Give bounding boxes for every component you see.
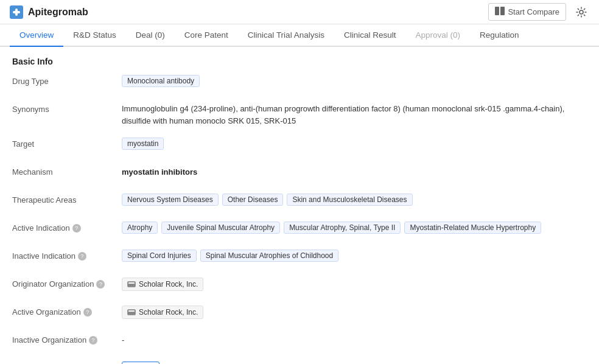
label-inactive-indication: Inactive Indication ? xyxy=(12,250,122,261)
help-icon-active-indication[interactable]: ? xyxy=(72,224,81,233)
label-therapeutic-areas: Therapeutic Areas xyxy=(12,194,122,205)
start-compare-label: Start Compare xyxy=(508,7,559,16)
value-originator-org: Scholar Rock, Inc. xyxy=(122,278,587,291)
settings-icon[interactable] xyxy=(573,4,589,20)
label-target: Target xyxy=(12,138,122,149)
active-org-tag[interactable]: Scholar Rock, Inc. xyxy=(122,306,203,319)
value-inactive-org: - xyxy=(122,334,587,345)
row-inactive-indication: Inactive Indication ? Spinal Cord Injuri… xyxy=(12,250,587,267)
drug-icon xyxy=(10,5,23,19)
row-inactive-org: Inactive Organization ? - xyxy=(12,334,587,351)
active-ind-tag-3[interactable]: Muscular Atrophy, Spinal, Type II xyxy=(284,222,401,234)
tab-deal[interactable]: Deal (0) xyxy=(126,24,175,47)
label-active-indication: Active Indication ? xyxy=(12,222,122,233)
tab-bar: Overview R&D Status Deal (0) Core Patent… xyxy=(0,24,599,47)
tab-core-patent[interactable]: Core Patent xyxy=(175,24,238,47)
synonyms-text: Immunoglobulin g4 (234-proline), anti-(h… xyxy=(122,103,587,127)
section-title: Basic Info xyxy=(12,57,587,66)
start-compare-button[interactable]: Start Compare xyxy=(488,3,566,21)
svg-rect-3 xyxy=(500,7,505,15)
row-therapeutic-areas: Therapeutic Areas Nervous System Disease… xyxy=(12,194,587,211)
tab-overview[interactable]: Overview xyxy=(10,24,63,47)
svg-rect-8 xyxy=(128,310,135,312)
row-drug-highest-phase: Drug Highest Phase ? Phase 3 xyxy=(12,362,587,364)
header-right: Start Compare xyxy=(488,3,589,21)
label-drug-highest-phase: Drug Highest Phase ? xyxy=(12,362,122,364)
value-mechanism: myostatin inhibitors xyxy=(122,166,587,177)
value-drug-highest-phase: Phase 3 xyxy=(122,362,587,364)
value-active-org: Scholar Rock, Inc. xyxy=(122,306,587,319)
label-synonyms: Synonyms xyxy=(12,103,122,114)
row-drug-type: Drug Type Monoclonal antibody xyxy=(12,75,587,92)
help-icon-inactive-indication[interactable]: ? xyxy=(78,252,86,261)
value-therapeutic-areas: Nervous System Diseases Other Diseases S… xyxy=(122,194,587,206)
phase-tag[interactable]: Phase 3 xyxy=(122,362,159,364)
label-active-org: Active Organization ? xyxy=(12,306,122,317)
help-icon-active-org[interactable]: ? xyxy=(83,308,92,317)
row-mechanism: Mechanism myostatin inhibitors xyxy=(12,166,587,183)
tab-clinical-result[interactable]: Clinical Result xyxy=(334,24,406,47)
originator-org-tag[interactable]: Scholar Rock, Inc. xyxy=(122,278,203,291)
active-ind-tag-2[interactable]: Juvenile Spinal Muscular Atrophy xyxy=(161,222,280,234)
help-icon-inactive-org[interactable]: ? xyxy=(89,336,97,345)
drug-type-tag[interactable]: Monoclonal antibody xyxy=(122,75,200,87)
tab-regulation[interactable]: Regulation xyxy=(470,24,529,47)
label-drug-type: Drug Type xyxy=(12,75,122,86)
content-area: Basic Info Drug Type Monoclonal antibody… xyxy=(0,47,599,364)
inactive-ind-tag-1[interactable]: Spinal Cord Injuries xyxy=(122,250,197,262)
tab-rd-status[interactable]: R&D Status xyxy=(63,24,126,47)
therapeutic-tag-2[interactable]: Other Diseases xyxy=(222,194,284,206)
org-logo-icon-2 xyxy=(127,309,136,315)
value-drug-type: Monoclonal antibody xyxy=(122,75,587,87)
svg-rect-2 xyxy=(495,7,499,15)
svg-point-4 xyxy=(580,10,583,14)
compare-icon xyxy=(495,7,505,17)
row-target: Target myostatin xyxy=(12,138,587,155)
tab-clinical-trial[interactable]: Clinical Trial Analysis xyxy=(238,24,334,47)
value-inactive-indication: Spinal Cord Injuries Spinal Muscular Atr… xyxy=(122,250,587,262)
mechanism-text: myostatin inhibitors xyxy=(122,166,197,177)
value-target: myostatin xyxy=(122,138,587,150)
therapeutic-tag-3[interactable]: Skin and Musculoskeletal Diseases xyxy=(287,194,412,206)
row-active-indication: Active Indication ? Atrophy Juvenile Spi… xyxy=(12,222,587,239)
target-tag[interactable]: myostatin xyxy=(122,138,164,150)
help-icon-originator-org[interactable]: ? xyxy=(96,280,105,289)
label-inactive-org: Inactive Organization ? xyxy=(12,334,122,345)
therapeutic-tag-1[interactable]: Nervous System Diseases xyxy=(122,194,219,206)
row-active-org: Active Organization ? Scholar Rock, Inc. xyxy=(12,306,587,323)
label-mechanism: Mechanism xyxy=(12,166,122,177)
row-originator-org: Originator Organization ? Scholar Rock, … xyxy=(12,278,587,295)
org-logo-icon xyxy=(127,281,136,287)
active-ind-tag-1[interactable]: Atrophy xyxy=(122,222,158,234)
svg-rect-6 xyxy=(128,282,135,284)
drug-name: Apitegromab xyxy=(28,7,88,18)
tab-approval: Approval (0) xyxy=(405,24,470,47)
label-originator-org: Originator Organization ? xyxy=(12,278,122,289)
header: Apitegromab Start Compare xyxy=(0,0,599,24)
svg-rect-1 xyxy=(15,9,18,16)
row-synonyms: Synonyms Immunoglobulin g4 (234-proline)… xyxy=(12,103,587,127)
inactive-org-dash: - xyxy=(122,334,124,345)
active-ind-tag-4[interactable]: Myostatin-Related Muscle Hypertrophy xyxy=(404,222,541,234)
value-synonyms: Immunoglobulin g4 (234-proline), anti-(h… xyxy=(122,103,587,127)
inactive-ind-tag-2[interactable]: Spinal Muscular Atrophies of Childhood xyxy=(200,250,338,262)
header-left: Apitegromab xyxy=(10,5,88,19)
value-active-indication: Atrophy Juvenile Spinal Muscular Atrophy… xyxy=(122,222,587,234)
